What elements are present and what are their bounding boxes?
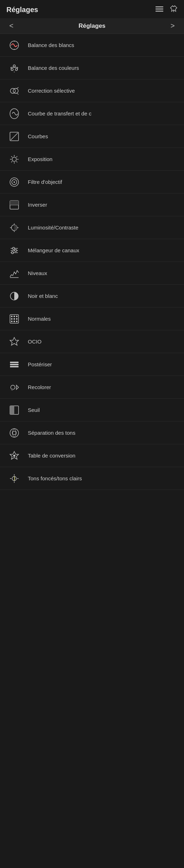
- menu-item-label-recolorer: Recolorer: [28, 384, 51, 390]
- svg-rect-60: [10, 364, 19, 365]
- svg-point-67: [10, 429, 19, 437]
- seuil-icon: [6, 402, 22, 418]
- menu-item-niveaux[interactable]: Niveaux: [0, 262, 184, 285]
- svg-point-42: [12, 247, 15, 249]
- menu-item-label-courbes: Courbes: [28, 133, 48, 139]
- menu-item-tons-fonces-clairs[interactable]: Tons foncés/tons clairs: [0, 467, 184, 490]
- menu-item-luminosite-contraste[interactable]: Luminosité/Contraste: [0, 216, 184, 239]
- menu-item-inverser[interactable]: Inverser: [0, 193, 184, 216]
- svg-point-11: [13, 65, 15, 67]
- menu-item-noir-blanc[interactable]: Noir et blanc: [0, 285, 184, 308]
- svg-point-44: [15, 249, 17, 252]
- menu-item-label-balance-couleurs: Balance des couleurs: [28, 65, 79, 71]
- svg-rect-2: [155, 11, 163, 12]
- menu-item-label-niveaux: Niveaux: [28, 270, 47, 276]
- menu-item-label-ocio: OCIO: [28, 339, 41, 345]
- menu-item-courbes[interactable]: Courbes: [0, 125, 184, 148]
- svg-rect-54: [14, 318, 15, 320]
- svg-point-46: [11, 252, 14, 254]
- svg-marker-63: [16, 385, 19, 389]
- table-conversion-icon: [6, 448, 22, 464]
- svg-point-69: [13, 455, 15, 457]
- svg-rect-1: [155, 9, 163, 10]
- svg-rect-0: [155, 6, 163, 7]
- menu-item-melangeur-canaux[interactable]: Mélangeur de canaux: [0, 239, 184, 262]
- luminosite-contraste-icon: [6, 220, 22, 236]
- menu-item-label-inverser: Inverser: [28, 202, 47, 208]
- menu-item-label-luminosite-contraste: Luminosité/Contraste: [28, 224, 78, 231]
- nav-title: Réglages: [78, 22, 106, 30]
- menu-item-posteriser[interactable]: Postériser: [0, 353, 184, 376]
- svg-point-18: [10, 109, 19, 119]
- menu-item-courbe-transfert[interactable]: Courbe de transfert et de c: [0, 102, 184, 125]
- menu-item-label-melangeur-canaux: Mélangeur de canaux: [28, 247, 79, 253]
- svg-point-20: [12, 157, 16, 161]
- app-title: Réglages: [6, 6, 38, 14]
- menu-item-normales[interactable]: Normales: [0, 308, 184, 330]
- menu-item-label-filtre-objectif: Filtre d'objectif: [28, 179, 62, 185]
- noir-blanc-icon: [6, 288, 22, 304]
- filtre-objectif-icon: [6, 174, 22, 190]
- svg-line-27: [16, 156, 17, 157]
- normales-icon: [6, 311, 22, 327]
- menu-item-label-correction-selective: Correction sélective: [28, 88, 75, 94]
- menu-icon[interactable]: [155, 5, 163, 15]
- posteriser-icon: [6, 357, 22, 372]
- menu-item-label-exposition: Exposition: [28, 156, 52, 162]
- menu-item-recolorer[interactable]: Recolorer: [0, 376, 184, 399]
- pin-icon[interactable]: [170, 5, 178, 15]
- nav-back-button[interactable]: <: [6, 21, 16, 31]
- menu-item-filtre-objectif[interactable]: Filtre d'objectif: [0, 171, 184, 193]
- svg-rect-57: [14, 321, 15, 322]
- svg-rect-51: [14, 316, 15, 317]
- svg-line-14: [17, 67, 18, 69]
- separation-tons-icon: [6, 425, 22, 441]
- menu-item-label-balance-blancs: Balance des blancs: [28, 42, 74, 48]
- top-bar-actions: [155, 5, 178, 15]
- menu-item-label-tons-fonces-clairs: Tons foncés/tons clairs: [28, 475, 82, 481]
- menu-item-separation-tons[interactable]: Séparation des tons: [0, 422, 184, 444]
- svg-point-68: [12, 431, 16, 435]
- svg-rect-56: [11, 321, 12, 322]
- nav-forward-button[interactable]: >: [168, 21, 178, 31]
- menu-item-label-courbe-transfert: Courbe de transfert et de c: [28, 110, 91, 117]
- melangeur-canaux-icon: [6, 243, 22, 258]
- svg-rect-53: [11, 318, 12, 320]
- recolorer-icon: [6, 379, 22, 395]
- correction-selective-icon: [6, 83, 22, 99]
- svg-line-25: [11, 156, 12, 157]
- svg-rect-50: [11, 316, 12, 317]
- menu-item-table-conversion[interactable]: Table de conversion: [0, 444, 184, 467]
- svg-rect-61: [10, 362, 19, 363]
- svg-point-16: [10, 88, 15, 93]
- menu-item-label-normales: Normales: [28, 316, 51, 322]
- inverser-icon: [6, 197, 22, 213]
- menu-list: Balance des blancs Balance des couleurs …: [0, 34, 184, 490]
- svg-line-28: [11, 161, 12, 162]
- svg-rect-55: [16, 318, 17, 320]
- menu-item-label-separation-tons: Séparation des tons: [28, 430, 75, 436]
- menu-item-label-posteriser: Postériser: [28, 361, 52, 367]
- menu-item-balance-couleurs[interactable]: Balance des couleurs: [0, 57, 184, 79]
- menu-item-ocio[interactable]: OCIO: [0, 330, 184, 353]
- svg-rect-58: [16, 321, 17, 322]
- nav-bar: < Réglages >: [0, 18, 184, 34]
- menu-item-correction-selective[interactable]: Correction sélective: [0, 79, 184, 102]
- balance-couleurs-icon: [6, 60, 22, 76]
- balance-blancs-icon: [6, 37, 22, 53]
- tons-fonces-clairs-icon: [6, 471, 22, 486]
- svg-rect-33: [10, 201, 19, 205]
- exposition-icon: [6, 151, 22, 167]
- ocio-icon: [6, 334, 22, 350]
- svg-rect-52: [16, 316, 17, 317]
- niveaux-icon: [6, 265, 22, 281]
- menu-item-exposition[interactable]: Exposition: [0, 148, 184, 171]
- menu-item-label-seuil: Seuil: [28, 407, 40, 413]
- svg-line-26: [16, 161, 17, 162]
- menu-item-balance-blancs[interactable]: Balance des blancs: [0, 34, 184, 57]
- courbes-icon: [6, 129, 22, 144]
- menu-item-label-table-conversion: Table de conversion: [28, 453, 75, 459]
- svg-point-17: [13, 88, 18, 93]
- courbe-transfert-icon: [6, 106, 22, 122]
- menu-item-seuil[interactable]: Seuil: [0, 399, 184, 422]
